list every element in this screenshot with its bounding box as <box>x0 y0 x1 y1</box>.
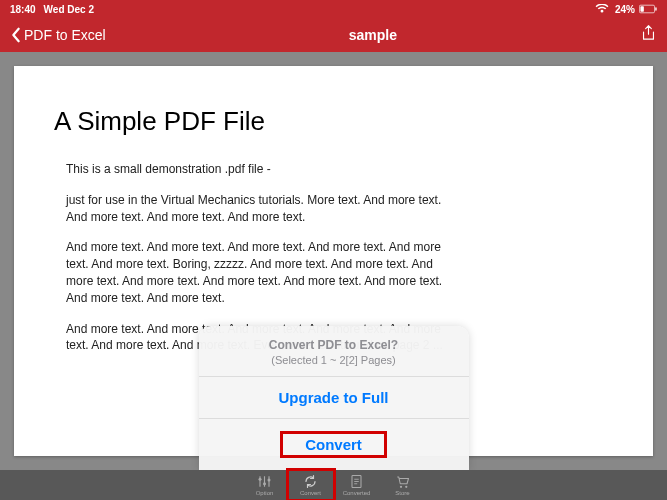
upgrade-label: Upgrade to Full <box>279 389 389 406</box>
page-title: sample <box>349 27 397 43</box>
svg-point-7 <box>400 486 402 488</box>
status-date: Wed Dec 2 <box>44 4 94 15</box>
svg-rect-1 <box>640 6 643 12</box>
sliders-icon <box>257 474 272 489</box>
wifi-icon <box>593 4 611 14</box>
svg-point-5 <box>268 479 271 482</box>
tab-label: Convert <box>300 490 321 496</box>
pdf-paragraph: just for use in the Virtual Mechanics tu… <box>66 192 454 226</box>
cart-icon <box>395 474 410 489</box>
share-icon <box>640 25 657 42</box>
back-button[interactable]: PDF to Excel <box>10 27 106 43</box>
svg-rect-2 <box>655 7 656 10</box>
tab-label: Converted <box>343 490 371 496</box>
conversion-popup: Convert PDF to Excel? (Selected 1 ~ 2[2]… <box>199 326 469 470</box>
tab-store[interactable]: Store <box>380 470 426 500</box>
pdf-paragraph: This is a small demonstration .pdf file … <box>66 161 454 178</box>
document-icon <box>349 474 364 489</box>
chevron-left-icon <box>10 27 22 43</box>
tab-label: Store <box>395 490 409 496</box>
convert-button[interactable]: Convert <box>199 418 469 470</box>
tab-bar: Option Convert Converted Store <box>0 470 667 500</box>
tab-label: Option <box>256 490 274 496</box>
convert-label: Convert <box>280 431 387 458</box>
battery-percent: 24% <box>615 4 635 15</box>
pdf-paragraph: And more text. And more text. And more t… <box>66 239 454 306</box>
back-label: PDF to Excel <box>24 27 106 43</box>
svg-point-4 <box>263 482 266 485</box>
popup-header: Convert PDF to Excel? (Selected 1 ~ 2[2]… <box>199 326 469 376</box>
popup-title: Convert PDF to Excel? <box>209 338 459 352</box>
svg-point-8 <box>405 486 407 488</box>
tab-option[interactable]: Option <box>242 470 288 500</box>
tab-converted[interactable]: Converted <box>334 470 380 500</box>
status-bar: 18:40 Wed Dec 2 24% <box>0 0 667 18</box>
share-button[interactable] <box>640 25 657 46</box>
svg-point-3 <box>259 478 262 481</box>
battery-icon <box>639 4 657 14</box>
upgrade-button[interactable]: Upgrade to Full <box>199 376 469 418</box>
popup-subtitle: (Selected 1 ~ 2[2] Pages) <box>209 354 459 366</box>
nav-bar: PDF to Excel sample <box>0 18 667 52</box>
pdf-title: A Simple PDF File <box>54 106 613 137</box>
status-time: 18:40 <box>10 4 36 15</box>
tab-convert[interactable]: Convert <box>288 470 334 500</box>
refresh-icon <box>303 474 318 489</box>
